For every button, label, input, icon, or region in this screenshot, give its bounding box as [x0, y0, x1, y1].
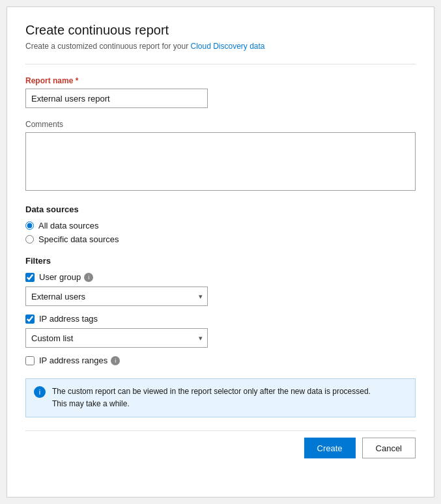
data-sources-radio-group: All data sources Specific data sources: [25, 221, 416, 244]
ip-address-tags-dropdown[interactable]: Custom list All Corporate Risky: [25, 328, 208, 348]
cancel-button[interactable]: Cancel: [362, 438, 416, 458]
comments-section: Comments: [25, 120, 416, 193]
data-sources-title: Data sources: [25, 204, 416, 214]
ip-address-tags-checkbox[interactable]: [25, 315, 35, 324]
ip-address-ranges-checkbox-row: IP address ranges i: [25, 356, 416, 365]
ip-address-ranges-label: IP address ranges: [39, 356, 107, 365]
report-name-section: Report name * External users report: [25, 76, 416, 108]
user-group-dropdown[interactable]: External users All users Admin users: [25, 287, 208, 306]
report-name-label: Report name *: [25, 76, 416, 85]
filters-section: Filters User group i External users All …: [25, 256, 416, 365]
radio-item-specific[interactable]: Specific data sources: [25, 234, 416, 244]
ip-address-ranges-filter: IP address ranges i: [25, 356, 416, 365]
ip-address-tags-label: IP address tags: [39, 314, 98, 324]
info-bar: i The custom report can be viewed in the…: [25, 378, 416, 417]
radio-all-sources-label: All data sources: [38, 221, 99, 231]
ip-address-ranges-info-icon: i: [111, 356, 120, 365]
info-bar-text: The custom report can be viewed in the r…: [52, 385, 371, 410]
radio-specific-sources[interactable]: [25, 235, 34, 244]
radio-specific-sources-label: Specific data sources: [38, 234, 119, 244]
dialog-title: Create continuous report: [25, 23, 416, 38]
user-group-checkbox-row: User group i: [25, 272, 416, 282]
comments-input[interactable]: [25, 132, 416, 191]
ip-address-tags-filter: IP address tags Custom list All Corporat…: [25, 314, 416, 348]
ip-address-ranges-checkbox[interactable]: [25, 356, 35, 365]
data-sources-section: Data sources All data sources Specific d…: [25, 204, 416, 244]
info-bar-icon: i: [34, 386, 46, 398]
filters-title: Filters: [25, 256, 416, 266]
comments-label: Comments: [25, 120, 416, 129]
create-continuous-report-dialog: Create continuous report Create a custom…: [7, 7, 434, 497]
ip-address-tags-checkbox-row: IP address tags: [25, 314, 416, 324]
user-group-checkbox[interactable]: [25, 273, 35, 282]
divider-top: [25, 64, 416, 64]
ip-address-tags-dropdown-wrapper: Custom list All Corporate Risky ▾: [25, 328, 208, 348]
radio-item-all[interactable]: All data sources: [25, 221, 416, 231]
user-group-filter: User group i External users All users Ad…: [25, 272, 416, 306]
user-group-dropdown-wrapper: External users All users Admin users ▾: [25, 287, 208, 306]
dialog-subtitle: Create a customized continuous report fo…: [25, 42, 416, 51]
cloud-discovery-link[interactable]: Cloud Discovery data: [190, 42, 264, 51]
subtitle-text: Create a customized continuous report fo…: [25, 42, 190, 51]
create-button[interactable]: Create: [304, 438, 356, 458]
report-name-input[interactable]: External users report: [25, 89, 208, 108]
user-group-info-icon: i: [84, 273, 93, 282]
dialog-footer: Create Cancel: [25, 430, 416, 458]
radio-all-sources[interactable]: [25, 221, 34, 230]
user-group-label: User group: [39, 272, 81, 282]
